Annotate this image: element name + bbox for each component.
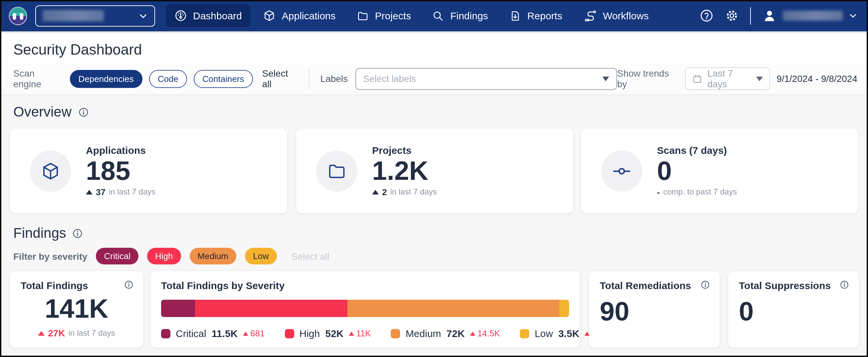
folder-icon <box>357 10 369 22</box>
nav-item-label: Dashboard <box>193 10 242 21</box>
applications-icon-circle <box>30 150 71 191</box>
info-icon <box>700 280 710 290</box>
nav-item-dashboard[interactable]: Dashboard <box>166 4 251 27</box>
kpi-delta: - comp. to past 7 days <box>657 187 737 197</box>
findings-info-button[interactable] <box>72 228 84 239</box>
legend-label: High <box>300 328 320 339</box>
scan-engine-select-all[interactable]: Select all <box>262 68 299 89</box>
legend-label: Critical <box>176 328 206 339</box>
legend-swatch-high <box>285 329 294 338</box>
scan-engine-chip-code[interactable]: Code <box>149 69 187 88</box>
card-title: Total Findings <box>21 280 88 291</box>
help-button[interactable] <box>700 9 714 23</box>
page-header: Security Dashboard Scan engine Dependenc… <box>0 31 868 95</box>
triangle-up-icon <box>86 190 93 195</box>
legend-item-medium: Medium 72K 14.5K <box>391 328 500 339</box>
projects-icon-circle <box>316 150 358 191</box>
severity-chip-low[interactable]: Low <box>245 248 277 264</box>
nav-item-applications[interactable]: Applications <box>255 4 344 27</box>
severity-stacked-bar <box>161 300 569 317</box>
trends-period-value: Last 7 days <box>707 68 750 89</box>
severity-select-all[interactable]: Select all <box>291 251 330 261</box>
total-remediations-card: Total Remediations 90 <box>589 271 719 348</box>
total-suppressions-card: Total Suppressions 0 <box>728 271 859 348</box>
legend-value: 52K <box>325 328 343 339</box>
overview-section-heading: Overview <box>13 104 89 120</box>
nav-item-projects[interactable]: Projects <box>348 4 420 27</box>
nav-item-reports[interactable]: Reports <box>501 4 571 27</box>
gear-icon <box>725 9 739 23</box>
legend-swatch-low <box>520 329 529 338</box>
legend-delta: 11K <box>349 328 371 338</box>
severity-chip-high[interactable]: High <box>147 248 181 264</box>
cube-icon <box>263 9 276 22</box>
scan-engine-chip-dependencies[interactable]: Dependencies <box>69 69 142 88</box>
scans-icon-circle <box>601 150 642 191</box>
scan-engine-chip-containers[interactable]: Containers <box>194 69 253 88</box>
severity-chip-critical[interactable]: Critical <box>96 248 138 264</box>
legend-value: 11.5K <box>212 328 238 339</box>
scans-kpi-card: Scans (7 days) 0 - comp. to past 7 days <box>581 128 858 213</box>
kpi-title: Applications <box>86 145 155 156</box>
user-menu[interactable] <box>762 8 857 23</box>
total-remediations-value: 90 <box>600 298 719 324</box>
nav-item-findings[interactable]: Findings <box>424 4 497 27</box>
nav-item-label: Projects <box>375 10 411 21</box>
total-findings-info-button[interactable] <box>124 280 134 290</box>
info-icon <box>72 228 84 239</box>
kpi-value: 185 <box>86 156 155 186</box>
user-avatar-icon <box>762 8 777 23</box>
total-findings-card: Total Findings 141K 27K in last 7 days <box>10 271 143 348</box>
applications-kpi-card: Applications 185 37 in last 7 days <box>10 128 287 213</box>
total-suppressions-value: 0 <box>739 298 859 324</box>
legend-delta-value: 11K <box>356 328 371 338</box>
total-findings-delta: 27K in last 7 days <box>10 328 143 338</box>
info-icon <box>124 280 134 290</box>
legend-delta: 681 <box>243 328 265 338</box>
trends-controls: Show trends by Last 7 days 9/1/2024 - 9/… <box>617 67 857 90</box>
triangle-up-icon <box>243 331 248 335</box>
remediations-info-button[interactable] <box>700 280 710 290</box>
date-range: 9/1/2024 - 9/8/2024 <box>776 73 857 84</box>
report-icon <box>509 10 521 22</box>
trends-period-select[interactable]: Last 7 days <box>685 67 770 90</box>
overview-info-button[interactable] <box>78 106 89 118</box>
user-name-redacted <box>783 11 843 21</box>
severity-filter-label: Filter by severity <box>13 251 88 261</box>
organization-name-redacted <box>42 10 104 21</box>
scan-engine-label: Scan engine <box>13 68 63 89</box>
labels-label: Labels <box>320 73 348 84</box>
top-navigation-bar: Dashboard Applications Projects <box>0 0 868 31</box>
severity-legend: Critical 11.5K 681 High 52K 11K Medium 7… <box>161 328 569 339</box>
total-findings-value: 141K <box>10 295 143 322</box>
cube-icon <box>41 161 61 181</box>
settings-button[interactable] <box>725 9 739 23</box>
bar-segment-high <box>195 300 347 317</box>
kpi-delta: 2 in last 7 days <box>372 187 437 197</box>
filter-divider <box>309 67 310 90</box>
delta-suffix: in last 7 days <box>390 187 437 197</box>
legend-label: Medium <box>406 328 441 339</box>
nav-item-label: Reports <box>527 10 562 21</box>
labels-select[interactable]: Select labels <box>355 68 617 90</box>
legend-swatch-critical <box>161 329 170 338</box>
delta-suffix: in last 7 days <box>109 187 155 197</box>
suppressions-info-button[interactable] <box>839 280 849 290</box>
nav-right-controls <box>700 7 857 24</box>
severity-chip-medium[interactable]: Medium <box>190 248 237 264</box>
nav-item-workflows[interactable]: Workflows <box>575 4 657 28</box>
help-icon <box>700 9 714 23</box>
calendar-icon <box>692 73 702 84</box>
findings-title: Findings <box>13 225 66 241</box>
legend-item-critical: Critical 11.5K 681 <box>161 328 265 339</box>
scan-icon <box>612 161 632 181</box>
legend-swatch-medium <box>391 329 400 338</box>
card-title: Total Findings by Severity <box>161 280 285 291</box>
info-icon <box>78 106 89 118</box>
legend-value: 72K <box>446 328 465 339</box>
kpi-title: Scans (7 days) <box>657 145 737 156</box>
organization-selector[interactable] <box>35 5 155 26</box>
chevron-down-icon <box>138 11 148 20</box>
bar-segment-critical <box>161 300 195 317</box>
nav-item-label: Findings <box>450 10 488 21</box>
